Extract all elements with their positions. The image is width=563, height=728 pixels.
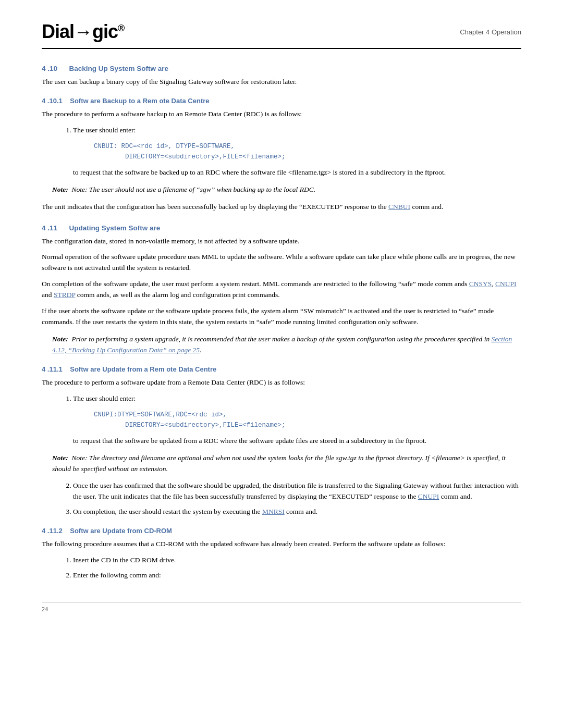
note-4101-1: Note: Note: The user should not use a fi… bbox=[52, 184, 521, 195]
code-block-4111: CNUPI:DTYPE=SOFTWARE,RDC=<rdc id>, DIREC… bbox=[94, 410, 521, 430]
section-410-heading: 4 .10 Backing Up System Softw are bbox=[42, 65, 521, 72]
logo: Dial→gic® bbox=[42, 21, 124, 43]
step-4112-1: Insert the CD in the CD ROM drive. bbox=[73, 555, 521, 566]
strdp-link[interactable]: STRDP bbox=[54, 291, 76, 299]
section-4111-heading: 4 .11.1 Softw are Update from a Rem ote … bbox=[42, 365, 521, 373]
section-4101-heading: 4 .10.1 Softw are Backup to a Rem ote Da… bbox=[42, 97, 521, 105]
cnsys-link[interactable]: CNSYS bbox=[469, 280, 492, 288]
note-4101-2: The unit indicates that the configuratio… bbox=[42, 202, 521, 213]
page: Dial→gic® Chapter 4 Operation 4 .10 Back… bbox=[0, 0, 563, 728]
section-411-p3: On completion of the software update, th… bbox=[42, 279, 521, 301]
step-4111-2: Once the user has confirmed that the sof… bbox=[73, 480, 521, 502]
cnbui-link-1[interactable]: CNBUI bbox=[388, 203, 410, 211]
section-4101-intro: The procedure to perform a software back… bbox=[42, 109, 521, 120]
cnupi-link-1[interactable]: CNUPI bbox=[495, 280, 517, 288]
page-number: 24 bbox=[42, 606, 48, 613]
note-4111-1: Note: Note: The directory and filename a… bbox=[52, 453, 521, 475]
step-4112-2: Enter the following comm and: bbox=[73, 570, 521, 581]
step-4111-3: On completion, the user should restart t… bbox=[73, 507, 521, 517]
section-412-link[interactable]: Section 4.12, “Backing Up Configuration … bbox=[52, 335, 512, 354]
section-411-p4: If the user aborts the software update o… bbox=[42, 306, 521, 328]
page-header: Dial→gic® Chapter 4 Operation bbox=[42, 21, 521, 49]
section-4112-heading: 4 .11.2 Softw are Update from CD-ROM bbox=[42, 527, 521, 535]
cnupi-link-2[interactable]: CNUPI bbox=[418, 492, 439, 500]
step-4101-1: The user should enter: CNBUI: RDC=<rdc i… bbox=[73, 125, 521, 178]
step-4111-1: The user should enter: CNUPI:DTYPE=SOFTW… bbox=[73, 393, 521, 447]
section-4112-steps: Insert the CD in the CD ROM drive. Enter… bbox=[73, 555, 521, 581]
chapter-label: Chapter 4 Operation bbox=[460, 28, 521, 36]
code-block-4101: CNBUI: RDC=<rdc id>, DTYPE=SOFTWARE, DIR… bbox=[94, 141, 521, 162]
section-411-heading: 4 .11 Updating System Softw are bbox=[42, 224, 521, 232]
mnrsi-link[interactable]: MNRSI bbox=[262, 508, 285, 515]
section-4112-intro: The following procedure assumes that a C… bbox=[42, 539, 521, 550]
section-4111-steps: The user should enter: CNUPI:DTYPE=SOFTW… bbox=[73, 393, 521, 447]
section-4111-steps-2: Once the user has confirmed that the sof… bbox=[73, 480, 521, 517]
section-411-p2: Normal operation of the software update … bbox=[42, 252, 521, 274]
page-footer: 24 bbox=[42, 602, 521, 613]
section-410-intro: The user can backup a binary copy of the… bbox=[42, 77, 521, 88]
section-411-p1: The configuration data, stored in non-vo… bbox=[42, 236, 521, 247]
section-4101-steps: The user should enter: CNBUI: RDC=<rdc i… bbox=[73, 125, 521, 178]
note-411: Note: Prior to performing a system upgra… bbox=[52, 334, 521, 356]
section-4111-intro: The procedure to perform a software upda… bbox=[42, 377, 521, 388]
